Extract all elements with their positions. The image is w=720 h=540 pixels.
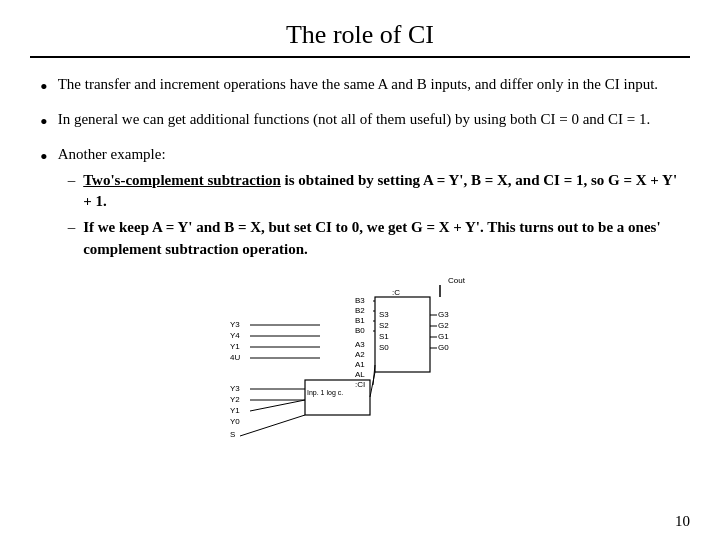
bullet-dot-3: • <box>40 141 48 173</box>
y3-bot: Y3 <box>230 384 240 393</box>
a1-label: A1 <box>355 360 365 369</box>
y1-bot: Y1 <box>230 406 240 415</box>
dash-2: – <box>68 217 76 239</box>
svg-line-16 <box>370 372 375 397</box>
s2-label: S2 <box>379 321 389 330</box>
bullet-dot-1: • <box>40 71 48 103</box>
sub-item-1: – Two's-complement subtraction is obtain… <box>68 170 680 214</box>
dash-1: – <box>68 170 76 192</box>
bullet-list: • The transfer and increment operations … <box>40 74 680 265</box>
y2-bot: Y2 <box>230 395 240 404</box>
title-area: The role of CI <box>30 10 690 58</box>
underline-text: Two's-complement subtraction <box>83 172 281 188</box>
s1-label: S1 <box>379 332 389 341</box>
g2-label: G2 <box>438 321 449 330</box>
g0-label: G0 <box>438 343 449 352</box>
inp-logic-label: Inp. 1 log c. <box>307 389 343 397</box>
y1-top: Y1 <box>230 342 240 351</box>
a3-label: A3 <box>355 340 365 349</box>
s0-label: S0 <box>379 343 389 352</box>
g3-label: G3 <box>438 310 449 319</box>
al-label: AL <box>355 370 365 379</box>
y0-bot: Y0 <box>230 417 240 426</box>
bullet-dot-2: • <box>40 106 48 138</box>
diagram-area: Cout :C Y3 Y4 Y1 4U B3 B2 B1 B0 S3 S2 <box>30 273 690 448</box>
svg-line-15 <box>240 415 305 436</box>
y4-top: Y4 <box>230 331 240 340</box>
cin-label: :C <box>392 288 400 297</box>
content-area: • The transfer and increment operations … <box>30 70 690 265</box>
b0-label: B0 <box>355 326 365 335</box>
bullet-text-1: The transfer and increment operations ha… <box>58 74 680 96</box>
g1-label: G1 <box>438 332 449 341</box>
sub-text-2: If we keep A = Y' and B = X, but set CI … <box>83 217 680 261</box>
b2-label: B2 <box>355 306 365 315</box>
page-container: The role of CI • The transfer and increm… <box>0 0 720 540</box>
a2-label: A2 <box>355 350 365 359</box>
ci-input: :CI <box>355 380 365 389</box>
svg-line-14 <box>250 400 305 411</box>
sub-text-1: Two's-complement subtraction is obtained… <box>83 170 680 214</box>
page-number: 10 <box>675 513 690 530</box>
bullet-item-2: • In general we can get additional funct… <box>40 109 680 138</box>
bullet-item-3: • Another example: – Two's-complement su… <box>40 144 680 265</box>
b3-label: B3 <box>355 296 365 305</box>
s-label: S <box>230 430 235 439</box>
s3-label: S3 <box>379 310 389 319</box>
bullet-text-2: In general we can get additional functio… <box>58 109 680 131</box>
y3-top: Y3 <box>230 320 240 329</box>
4u-top: 4U <box>230 353 240 362</box>
b1-label: B1 <box>355 316 365 325</box>
cout-label: Cout <box>448 276 466 285</box>
bullet-item-1: • The transfer and increment operations … <box>40 74 680 103</box>
sub-item-2: – If we keep A = Y' and B = X, but set C… <box>68 217 680 261</box>
bullet-text-3: Another example: – Two's-complement subt… <box>58 144 680 265</box>
circuit-diagram: Cout :C Y3 Y4 Y1 4U B3 B2 B1 B0 S3 S2 <box>200 275 520 445</box>
page-title: The role of CI <box>286 20 434 49</box>
sub-list: – Two's-complement subtraction is obtain… <box>68 170 680 261</box>
